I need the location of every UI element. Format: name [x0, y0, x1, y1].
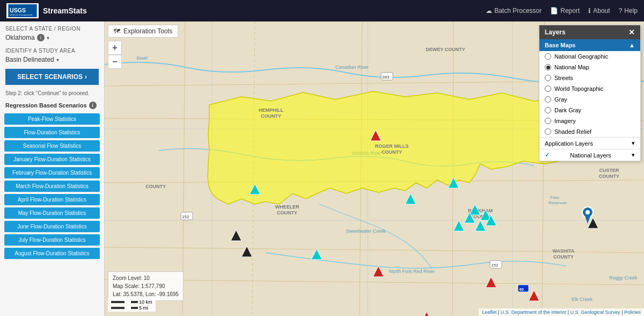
svg-text:Canadian River: Canadian River	[335, 64, 369, 70]
base-map-imagery[interactable]: Imagery	[539, 116, 640, 126]
leaflet-link[interactable]: Leaflet	[482, 310, 496, 315]
state-label: SELECT A STATE / REGION	[5, 26, 99, 32]
layers-panel: Layers ✕ Base Maps ▲ National Geographic…	[539, 25, 641, 161]
svg-line-5	[105, 180, 644, 183]
feb-flow-btn[interactable]: February Flow-Duration Statistics	[4, 167, 100, 178]
jul-flow-btn[interactable]: July Flow-Duration Statistics	[4, 234, 100, 246]
svg-marker-57	[486, 215, 496, 226]
svg-marker-62	[311, 249, 322, 260]
study-chevron-icon[interactable]: ▾	[56, 57, 59, 63]
radio-national-geographic	[545, 53, 551, 60]
radio-streets	[545, 75, 551, 81]
svg-marker-54	[448, 177, 459, 188]
svg-text:Sweetwater Creek: Sweetwater Creek	[346, 228, 386, 234]
svg-rect-29	[181, 212, 193, 220]
jan-flow-btn[interactable]: January Flow-Duration Statistics	[4, 154, 100, 165]
aug-flow-btn[interactable]: August Flow-Duration Statistics	[4, 248, 100, 259]
svg-marker-69	[585, 216, 590, 224]
header-nav: ☁ Batch Processor 📄 Report ℹ About ? Hel…	[486, 7, 638, 15]
svg-marker-59	[453, 220, 464, 231]
map-icon: 🗺	[114, 27, 120, 35]
base-map-shaded-relief[interactable]: Shaded Relief	[539, 126, 640, 137]
zoom-out-button[interactable]: −	[108, 55, 122, 69]
batch-processor-nav[interactable]: ☁ Batch Processor	[486, 7, 541, 15]
policies-link[interactable]: Policies	[624, 310, 641, 315]
svg-text:COUNTY: COUNTY	[599, 174, 619, 179]
layers-title: Layers	[545, 28, 566, 36]
svg-text:COUNTY: COUNTY	[145, 184, 166, 189]
svg-line-11	[452, 21, 453, 316]
radio-world-topographic	[545, 85, 551, 92]
base-map-dark-gray[interactable]: Dark Gray	[539, 105, 640, 116]
svg-marker-66	[588, 218, 598, 228]
step-text: Step 2: click "Continue" to proceed.	[0, 88, 104, 99]
state-value-row: Oklahoma i ▾	[5, 34, 99, 41]
state-value: Oklahoma	[5, 34, 35, 41]
peak-flow-btn[interactable]: Peak-Flow Statistics	[4, 113, 100, 125]
logo-area: USGS science for a changing world Stream…	[6, 3, 87, 18]
svg-marker-51	[373, 266, 384, 277]
left-panel: SELECT A STATE / REGION Oklahoma i ▾ IDE…	[0, 21, 105, 316]
regression-label: Regression Based Scenarios	[5, 102, 87, 109]
base-maps-label: Base Maps	[545, 42, 575, 48]
state-chevron-icon[interactable]: ▾	[47, 35, 49, 41]
svg-text:152: 152	[491, 263, 499, 268]
svg-text:COUNTY: COUNTY	[470, 214, 491, 219]
svg-rect-33	[518, 285, 529, 292]
main-content: SELECT A STATE / REGION Oklahoma i ▾ IDE…	[0, 21, 644, 316]
state-info-icon[interactable]: i	[37, 34, 45, 41]
cloud-icon: ☁	[486, 7, 492, 15]
about-nav[interactable]: ℹ About	[588, 7, 610, 15]
usgs-logo: USGS science for a changing world	[6, 3, 39, 18]
national-layers-check: ✓	[545, 152, 550, 159]
svg-text:COUNTY: COUNTY	[261, 113, 281, 119]
apr-flow-btn[interactable]: April Flow-Duration Statistics	[4, 194, 100, 205]
layers-header: Layers ✕	[539, 25, 640, 39]
jun-flow-btn[interactable]: June Flow-Duration Statistics	[4, 221, 100, 232]
may-flow-btn[interactable]: May Flow-Duration Statistics	[4, 207, 100, 219]
svg-text:COUNTY: COUNTY	[382, 149, 402, 155]
svg-line-6	[105, 247, 644, 253]
svg-text:CUSTER: CUSTER	[599, 168, 619, 173]
regression-info-icon[interactable]: i	[89, 102, 97, 109]
svg-marker-55	[470, 204, 480, 215]
seasonal-flow-btn[interactable]: Seasonal Flow Statistics	[4, 140, 100, 152]
svg-text:HEMPHILL: HEMPHILL	[259, 107, 284, 113]
scale-km: 10 km	[111, 299, 152, 305]
svg-text:COUNTY: COUNTY	[553, 254, 574, 260]
layers-close-button[interactable]: ✕	[628, 28, 635, 37]
help-nav[interactable]: ? Help	[619, 7, 638, 15]
base-map-world-topographic[interactable]: World Topographic	[539, 83, 640, 94]
geo-survey-link[interactable]: U.S. Geological Survey	[570, 310, 620, 315]
base-map-national-geographic[interactable]: National Geographic	[539, 51, 640, 62]
zoom-controls: + −	[108, 41, 122, 69]
svg-text:40: 40	[519, 287, 524, 292]
svg-text:Foss: Foss	[550, 195, 559, 200]
scale-bar: 10 km 5 mi	[108, 298, 156, 312]
exploration-tools-bar: 🗺 Exploration Tools	[108, 25, 178, 38]
radio-shaded-relief	[545, 128, 551, 135]
base-maps-header[interactable]: Base Maps ▲	[539, 39, 640, 51]
regression-header: Regression Based Scenarios i	[0, 99, 104, 112]
application-layers-section[interactable]: Application Layers ▾	[539, 137, 640, 149]
map-area[interactable]: River Canadian River Canadian River Wash…	[105, 21, 644, 316]
zoom-level: Zoom Level: 10	[113, 274, 179, 282]
svg-text:DEWEY COUNTY: DEWEY COUNTY	[426, 47, 465, 52]
study-value: Basin Delineated	[5, 56, 54, 63]
base-map-gray[interactable]: Gray	[539, 94, 640, 105]
app-layers-chevron: ▾	[632, 140, 635, 147]
mar-flow-btn[interactable]: March Flow-Duration Statistics	[4, 181, 100, 192]
report-nav[interactable]: 📄 Report	[550, 7, 580, 15]
select-scenarios-button[interactable]: SELECT SCENARIOS ›	[5, 69, 99, 85]
flow-duration-btn[interactable]: Flow-Duration Statistics	[4, 127, 100, 138]
base-map-streets[interactable]: Streets	[539, 73, 640, 83]
svg-line-7	[105, 279, 644, 285]
usgs-link[interactable]: U.S. Department of the Interior	[501, 310, 567, 315]
svg-point-67	[582, 207, 593, 218]
national-layers-section[interactable]: ✓ National Layers ▾	[539, 149, 640, 161]
svg-point-68	[586, 210, 590, 214]
zoom-in-button[interactable]: +	[108, 41, 122, 55]
map-attribution: Leaflet | U.S. Department of the Interio…	[479, 308, 644, 316]
base-map-national-map[interactable]: National Map	[539, 62, 640, 73]
svg-text:283: 283	[382, 75, 390, 80]
